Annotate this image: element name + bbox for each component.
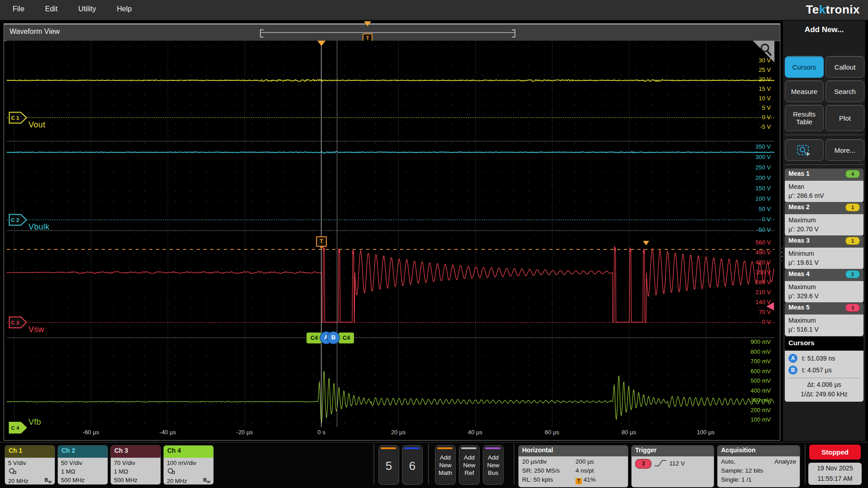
channel-settings: 50 V/div1 MΩ500 MHz [58, 458, 108, 485]
channel-name: Ch 4 [164, 446, 213, 458]
horizontal-badge[interactable]: Horizontal 20 µs/div200 µs SR: 250 MS/s4… [518, 445, 628, 488]
menu-file[interactable]: File [13, 0, 24, 13]
run-stop-button[interactable]: Stopped [809, 445, 861, 460]
meas-card-1[interactable]: Meas 14Meanµ': 286.6 mV [785, 169, 863, 202]
meas-title: Meas 1 [788, 170, 810, 181]
datetime-display: 19 Nov 2025 11:55:17 AM [808, 463, 862, 485]
results-bar: Add New... CursorsCalloutMeasureSearchRe… [783, 21, 865, 441]
overview-trigger-triangle-icon[interactable] [364, 21, 371, 26]
waveform-traces [7, 41, 774, 427]
acquisition-mode: Auto, [721, 457, 736, 466]
channel-badge-ch2[interactable]: Ch 250 V/div1 MΩ500 MHz [57, 445, 108, 485]
time-label: 80 µs [622, 429, 636, 436]
cursor-a-badge: A [788, 354, 797, 363]
channel-bandwidth: 20 MHz [167, 477, 187, 485]
meas-card-header: Meas 42 [785, 269, 863, 281]
meas-value: µ': 286.6 mV [788, 191, 860, 200]
add-new-bus-button[interactable]: AddNewBus [483, 445, 504, 485]
meas-card-5[interactable]: Meas 53Maximumµ': 516.1 V [785, 302, 863, 336]
meas-card-body: Meanµ': 286.6 mV [785, 181, 863, 202]
bottom-bar-divider [373, 444, 374, 484]
add-new-measure-button[interactable]: Measure [785, 80, 824, 102]
channel-badge-vsw[interactable]: C 3 [9, 316, 28, 328]
channel-badge-vfb[interactable]: C 4 [9, 422, 28, 434]
sidebar-divider [785, 164, 863, 165]
meas-card-header: Meas 14 [785, 169, 863, 181]
bandwidth-limit-icon: BW [44, 476, 52, 485]
meas-card-header: Meas 21 [785, 202, 863, 214]
svg-text:C 1: C 1 [11, 115, 20, 121]
channel-badge-ch1[interactable]: Ch 15 V/div20 MHzBW [5, 445, 55, 485]
channel-number: 6 [402, 459, 422, 473]
add-new-cursors-button[interactable]: Cursors [785, 56, 824, 78]
trigger-badge[interactable]: Trigger 3 112 V [631, 445, 714, 488]
acquisition-badge[interactable]: Acquisition Auto,Analyze Sample: 12 bits… [717, 445, 800, 488]
channel-6-button[interactable]: 6 [402, 445, 423, 485]
channel-5-button[interactable]: 5 [378, 445, 399, 485]
record-overview-bar[interactable] [260, 32, 514, 33]
cursor-b-source-badge[interactable]: C4 [338, 332, 354, 344]
stripe [461, 447, 476, 449]
meas-type: Minimum [788, 249, 860, 258]
waveform-view-title: Waveform View [9, 28, 60, 36]
cursor-b-line[interactable] [337, 41, 337, 427]
trigger-level-arrow[interactable] [766, 302, 774, 310]
channel-vdiv: 100 mV/div [167, 459, 210, 467]
channel-bandwidth-row: 500 MHz [114, 476, 157, 484]
channel-color-stripe [404, 447, 420, 449]
zoom-select-mode-button[interactable] [785, 139, 824, 161]
bottom-bar-divider [514, 444, 514, 484]
trigger-position-triangle-icon[interactable] [317, 41, 326, 46]
add-new-ref-button[interactable]: AddNewRef [459, 445, 480, 485]
meas-title: Meas 3 [788, 237, 810, 248]
meas-card-4[interactable]: Meas 42Maximumµ': 329.6 V [785, 269, 863, 303]
channel-badge-vout[interactable]: C 1 [9, 112, 28, 124]
trigger-source-badge: 3 [635, 459, 651, 469]
cursor-a-line[interactable] [321, 41, 321, 427]
add-new-results-table-button[interactable]: ResultsTable [785, 105, 824, 131]
time-label: 40 µs [468, 429, 482, 436]
ch4-trace [7, 371, 774, 423]
add-new-search-button[interactable]: Search [826, 80, 864, 102]
cursor-inv-delta-t: 1/Δt: 249.60 kHz [788, 389, 860, 399]
cursor-a-time: t: 51.039 ns [802, 355, 835, 362]
overview-right-bracket[interactable] [512, 29, 515, 38]
meas-type: Mean [788, 182, 860, 191]
channel-bandwidth-row: 500 MHz [61, 476, 104, 484]
more-button[interactable]: More... [826, 139, 864, 161]
sidebar-divider [785, 135, 863, 135]
meas-title: Meas 2 [788, 203, 810, 214]
time-label: 20 µs [391, 429, 406, 436]
channel-impedance: 1 MΩ [61, 467, 104, 476]
channel-number: 5 [379, 459, 399, 473]
channel-badge-vbulk[interactable]: C 2 [9, 214, 28, 226]
meas-source-badge: 3 [845, 304, 860, 312]
settings-bar: Ch 15 V/div20 MHzBWCh 250 V/div1 MΩ500 M… [0, 442, 868, 488]
overview-left-bracket[interactable] [260, 29, 264, 38]
channel-badge-ch4[interactable]: Ch 4100 mV/div20 MHzBW [163, 445, 214, 485]
add-new-callout-button[interactable]: Callout [826, 56, 864, 78]
trigger-t-flag[interactable]: T [316, 236, 327, 247]
meas-card-3[interactable]: Meas 31Minimumµ': 19.61 V [785, 235, 863, 269]
graticule[interactable]: 30 V25 V20 V15 V10 V5 V0 V-5 V350 V300 V… [7, 41, 774, 427]
meas-value: µ': 516.1 V [788, 325, 860, 334]
trigger-level-value: 112 V [670, 460, 685, 467]
stripe [437, 447, 453, 449]
horizontal-resolution: 4 ns/pt [576, 466, 594, 475]
cursor-b-handle[interactable]: B [327, 331, 340, 344]
meas-value: µ': 20.70 V [788, 225, 860, 234]
meas-card-2[interactable]: Meas 21Maximumµ': 20.70 V [785, 202, 863, 236]
time-label: -20 µs [236, 429, 253, 436]
time-label: -60 µs [83, 429, 99, 436]
meas-source-badge: 2 [845, 270, 860, 278]
channel-badge-ch3[interactable]: Ch 370 V/div1 MΩ500 MHz [110, 445, 161, 485]
menu-utility[interactable]: Utility [78, 0, 96, 13]
add-new-math-button[interactable]: AddNewMath [435, 445, 456, 485]
add-new-plot-button[interactable]: Plot [826, 105, 864, 131]
menu-edit[interactable]: Edit [45, 0, 58, 13]
zoom-mode-icon[interactable] [753, 41, 774, 62]
cursors-results-card[interactable]: Cursors At: 51.039 ns Bt: 4.057 µs Δt: 4… [785, 337, 863, 402]
acquisition-sample-bits: Sample: 12 bits [721, 466, 796, 475]
menu-help[interactable]: Help [117, 0, 132, 13]
time-label: 100 µs [697, 429, 714, 436]
